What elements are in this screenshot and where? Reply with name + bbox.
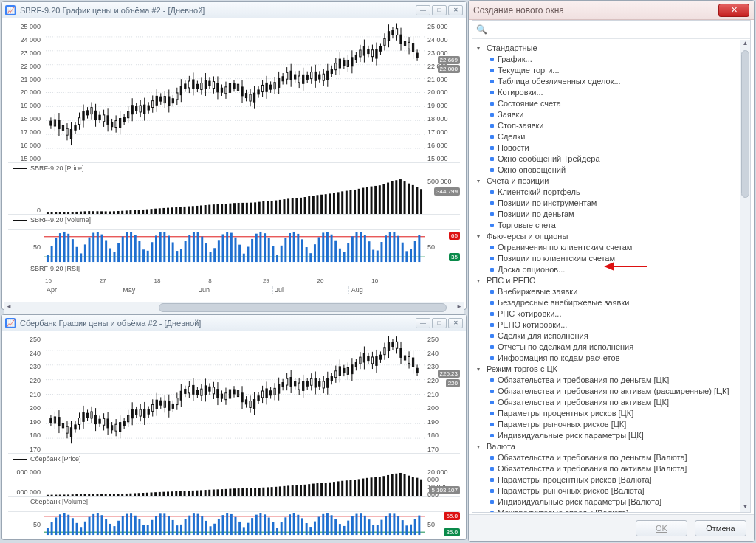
tree-category[interactable]: ▾Фьючерсы и опционы	[477, 231, 735, 242]
tree-item[interactable]: Индивидуальные риск параметры [ЦК]	[477, 430, 735, 441]
tree-item[interactable]: Индивидуальные риск параметры [Валюта]	[477, 497, 735, 508]
tree-item[interactable]: Доска опционов...	[477, 264, 735, 275]
vertical-scrollbar[interactable]: ▲ ▼	[740, 40, 750, 512]
tree-item[interactable]: РЕПО котировки...	[477, 319, 735, 331]
tree-item[interactable]: Текущие торги...	[477, 65, 735, 76]
tree-category[interactable]: ▾РПС и РЕПО	[477, 275, 735, 286]
volume-chart[interactable]: 000 000000 000 20 000 00010 000 000 5 10…	[8, 468, 460, 497]
plot-area	[44, 23, 425, 162]
svg-rect-593	[167, 491, 169, 496]
tree-item[interactable]: Котировки...	[477, 87, 735, 98]
tree-item[interactable]: Состояние счета	[477, 98, 735, 109]
tree-item[interactable]: Сделки	[477, 131, 735, 142]
svg-rect-162	[360, 50, 361, 57]
volume-chart[interactable]: 0 500 000 344 799	[8, 178, 460, 215]
svg-rect-664	[76, 523, 78, 535]
tree-item[interactable]: Позиции по клиентским счетам	[477, 253, 735, 264]
svg-rect-62	[156, 96, 157, 105]
svg-rect-290	[67, 234, 69, 262]
tree-item[interactable]: Заявки	[477, 109, 735, 120]
scroll-thumb[interactable]	[159, 303, 447, 312]
rsi-chart[interactable]: 50 50 65.0 35.0	[8, 511, 460, 536]
tree-item[interactable]: Параметры рыночных рисков [ЦК]	[477, 419, 735, 430]
tree-item[interactable]: Безадресные внебиржевые заявки	[477, 297, 735, 308]
svg-rect-10	[50, 121, 52, 125]
svg-rect-523	[335, 371, 337, 378]
tree-item[interactable]: Отчеты по сделкам для исполнения	[477, 342, 735, 353]
svg-rect-207	[109, 212, 111, 214]
rsi-chart[interactable]: 50 50 65 35	[8, 229, 460, 263]
search-row: 🔍	[472, 21, 750, 39]
tree-item[interactable]: Межпродуктовые спреды [Валюта]	[477, 508, 735, 512]
search-input[interactable]	[490, 24, 746, 35]
tree-item[interactable]: График...	[477, 54, 735, 65]
svg-rect-411	[107, 419, 109, 428]
close-button[interactable]: ✕	[448, 318, 463, 328]
price-chart[interactable]: 25 00024 00023 00022 00021 00020 00019 0…	[8, 23, 460, 163]
tree-item[interactable]: Обязательства и требования по активам [В…	[477, 463, 735, 474]
minimize-button[interactable]: —	[416, 318, 430, 328]
svg-rect-74	[180, 86, 182, 95]
tree-item[interactable]: Внебиржевые заявки	[477, 286, 735, 297]
horizontal-scrollbar[interactable]: ◄ ►	[4, 302, 464, 314]
tree-item[interactable]: Параметры процентных рисков [Валюта]	[477, 474, 735, 485]
minimize-button[interactable]: —	[416, 5, 430, 15]
scroll-down-icon[interactable]: ▼	[740, 503, 750, 512]
svg-rect-676	[126, 514, 128, 535]
tree-item[interactable]: Обязательства и требования по активам (р…	[477, 386, 735, 397]
svg-rect-736	[377, 525, 379, 535]
svg-rect-425	[136, 410, 137, 415]
svg-rect-477	[241, 393, 243, 402]
price-chart[interactable]: 250240230220210200190180170 250240230220…	[8, 336, 460, 454]
tree-item[interactable]: Обязательства и требования по активам [Ц…	[477, 397, 735, 408]
tree-item[interactable]: РПС котировки...	[477, 308, 735, 319]
svg-rect-134	[303, 75, 304, 83]
tree-item[interactable]: Стоп-заявки	[477, 120, 735, 131]
ok-button[interactable]: OK	[636, 520, 687, 536]
svg-rect-539	[368, 356, 369, 361]
tree-category[interactable]: ▾Стандартные	[477, 43, 735, 54]
tree-item[interactable]: Окно сообщений Трейдера	[477, 153, 735, 165]
tree-item[interactable]: Параметры рыночных рисков [Валюта]	[477, 485, 735, 497]
scroll-up-icon[interactable]: ▲	[740, 40, 750, 49]
svg-rect-609	[233, 488, 236, 496]
tree-category[interactable]: ▾Режим торгов с ЦК	[477, 364, 735, 375]
tree-item[interactable]: Окно оповещений	[477, 165, 735, 176]
scroll-thumb[interactable]	[741, 50, 749, 198]
dialog-titlebar[interactable]: Создание нового окна ✕	[469, 1, 754, 20]
svg-rect-702	[234, 517, 236, 535]
titlebar[interactable]: SBRF-9.20 График цены и объёма #2 - [Дне…	[2, 2, 466, 18]
scroll-left-icon[interactable]: ◄	[4, 303, 14, 312]
tree-item[interactable]: Информация по кодам расчетов	[477, 353, 735, 364]
tree-item[interactable]: Позиции по инструментам	[477, 198, 735, 209]
tree-category[interactable]: ▾Валюта	[477, 441, 735, 452]
item-label: Окно оповещений	[498, 165, 566, 176]
tree-item[interactable]: Позиции по деньгам	[477, 209, 735, 220]
scroll-right-icon[interactable]: ►	[454, 303, 464, 312]
tree-item[interactable]: Торговые счета	[477, 220, 735, 231]
tree-item[interactable]: Клиентский портфель	[477, 187, 735, 198]
vol-axis-left: 0	[8, 178, 41, 214]
tree-category[interactable]: ▾Счета и позиции	[477, 176, 735, 187]
svg-rect-84	[201, 83, 202, 90]
svg-rect-662	[67, 515, 69, 535]
tree-item[interactable]: Ограничения по клиентским счетам	[477, 242, 735, 253]
dialog-close-button[interactable]: ✕	[718, 4, 749, 17]
tree-item[interactable]: Сделки для исполнения	[477, 331, 735, 342]
tree-item[interactable]: Новости	[477, 142, 735, 153]
maximize-button[interactable]: □	[432, 318, 447, 328]
cancel-button[interactable]: Отмена	[695, 520, 746, 536]
svg-rect-535	[360, 357, 361, 364]
tree-item[interactable]: Обязательства и требования по деньгам [Ц…	[477, 375, 735, 386]
svg-rect-610	[238, 488, 240, 496]
tree-item[interactable]: Параметры процентных рисков [ЦК]	[477, 408, 735, 419]
svg-rect-576	[96, 494, 98, 496]
svg-rect-168	[371, 50, 373, 57]
tree-item[interactable]: Таблица обезличенных сделок...	[477, 76, 735, 87]
category-tree[interactable]: ▾СтандартныеГрафик...Текущие торги...Таб…	[472, 40, 738, 512]
titlebar[interactable]: Сбербанк График цены и объёма #2 - [Днев…	[2, 315, 466, 331]
maximize-button[interactable]: □	[432, 5, 447, 15]
tree-item[interactable]: Обязательства и требования по деньгам [В…	[477, 452, 735, 463]
close-button[interactable]: ✕	[448, 5, 463, 15]
svg-rect-338	[268, 238, 270, 262]
